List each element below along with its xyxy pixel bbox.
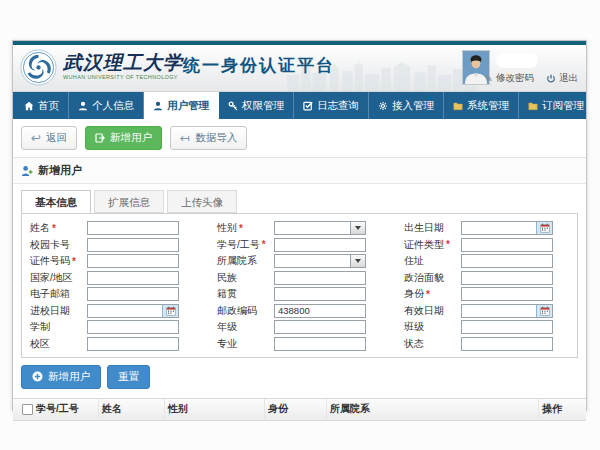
pencil-icon: ✎ xyxy=(485,74,493,84)
university-name-en: WUHAN UNIVERSITY OF TECHNOLOGY xyxy=(63,74,183,80)
field-department: 所属院系 xyxy=(213,254,386,268)
key-icon xyxy=(228,101,238,111)
field-birth-date-input[interactable] xyxy=(462,222,536,234)
field-entry-date-input[interactable] xyxy=(88,305,162,317)
field-grade: 年级 xyxy=(213,320,386,334)
column-header-department: 所属院系 xyxy=(327,399,539,420)
reset-button-label: 重置 xyxy=(118,370,139,384)
required-marker: * xyxy=(262,239,266,250)
form-grid: 姓名 * 性别 * 出生日期 校园卡号 xyxy=(26,221,573,351)
folder-icon xyxy=(528,101,538,111)
field-address-input[interactable] xyxy=(462,255,552,267)
nav-item-home[interactable]: 首页 xyxy=(15,92,69,119)
submit-add-user-label: 新增用户 xyxy=(48,370,90,384)
field-status-input[interactable] xyxy=(462,338,552,350)
field-native-place-input[interactable] xyxy=(275,288,365,300)
field-email: 电子邮箱 xyxy=(26,287,199,301)
header-links: ✎ 修改密码 退出 xyxy=(485,72,578,85)
university-title-block: 武汉理工大学 WUHAN UNIVERSITY OF TECHNOLOGY xyxy=(63,51,183,80)
department-dropdown-button[interactable] xyxy=(350,255,365,267)
nav-item-access-management[interactable]: 接入管理 xyxy=(369,92,444,119)
form-tabs: 基本信息 扩展信息 上传头像 xyxy=(21,190,578,213)
field-major-input[interactable] xyxy=(275,338,365,350)
column-header-name: 姓名 xyxy=(99,399,165,420)
field-political-status-input[interactable] xyxy=(462,272,552,284)
required-marker: * xyxy=(446,239,450,250)
nav-item-system-management[interactable]: 系统管理 xyxy=(444,92,519,119)
home-icon xyxy=(24,101,34,111)
field-major: 专业 xyxy=(213,337,386,351)
tab-extended-info[interactable]: 扩展信息 xyxy=(94,190,164,213)
field-email-input[interactable] xyxy=(88,288,178,300)
field-label-valid-date: 有效日期 xyxy=(400,304,461,318)
required-marker: * xyxy=(72,256,76,267)
nav-item-log-query[interactable]: 日志查询 xyxy=(294,92,369,119)
user-icon xyxy=(153,101,163,111)
column-header-identity: 身份 xyxy=(265,399,327,420)
logout-label: 退出 xyxy=(559,72,578,85)
add-user-icon xyxy=(95,133,105,143)
change-password-label: 修改密码 xyxy=(496,72,534,85)
field-country-region-input[interactable] xyxy=(88,272,178,284)
plus-circle-icon xyxy=(32,371,43,382)
field-valid-date-input[interactable] xyxy=(462,305,536,317)
valid-date-calendar-button[interactable] xyxy=(536,305,552,317)
import-arrow-icon: ↤ xyxy=(180,132,190,144)
field-label-country-region: 国家/地区 xyxy=(26,271,87,285)
gender-dropdown-button[interactable] xyxy=(350,222,365,234)
add-user-toolbar-label: 新增用户 xyxy=(110,131,152,145)
logout-link[interactable]: 退出 xyxy=(546,72,578,85)
field-name-input[interactable] xyxy=(88,222,178,234)
content-area: ↩ 返回 新增用户 ↤ 数据导入 新增用户 基本信息 扩展信息 上传头 xyxy=(13,119,586,421)
nav-item-user-management[interactable]: 用户管理 xyxy=(144,92,219,119)
entry-date-calendar-button[interactable] xyxy=(162,305,178,317)
field-gender-input[interactable] xyxy=(275,222,350,234)
field-label-address: 住址 xyxy=(400,254,461,268)
field-label-major: 专业 xyxy=(213,337,274,351)
field-study-length-input[interactable] xyxy=(88,321,178,333)
field-postal-code: 邮政编码 xyxy=(213,304,386,318)
folder-icon xyxy=(453,101,463,111)
field-identity-input[interactable] xyxy=(462,288,552,300)
field-id-number-input[interactable] xyxy=(88,255,178,267)
field-label-grade: 年级 xyxy=(213,320,274,334)
add-user-section-icon xyxy=(21,165,33,177)
tab-basic-info[interactable]: 基本信息 xyxy=(21,190,91,213)
field-campus-card-no-input[interactable] xyxy=(88,239,178,251)
field-label-campus-card-no: 校园卡号 xyxy=(26,238,87,252)
field-campus-input[interactable] xyxy=(88,338,178,350)
change-password-link[interactable]: ✎ 修改密码 xyxy=(485,72,534,85)
data-import-button[interactable]: ↤ 数据导入 xyxy=(170,126,247,150)
field-department-input[interactable] xyxy=(275,255,350,267)
field-student-staff-id-input[interactable] xyxy=(275,239,365,251)
back-button[interactable]: ↩ 返回 xyxy=(21,126,77,150)
app-window: 武汉理工大学 WUHAN UNIVERSITY OF TECHNOLOGY 统一… xyxy=(12,40,587,411)
back-arrow-icon: ↩ xyxy=(31,132,41,144)
field-class-input[interactable] xyxy=(462,321,552,333)
field-grade-input[interactable] xyxy=(275,321,365,333)
submit-add-user-button[interactable]: 新增用户 xyxy=(21,365,101,389)
select-all-checkbox[interactable] xyxy=(22,404,33,415)
add-user-toolbar-button[interactable]: 新增用户 xyxy=(85,126,162,150)
field-label-class: 班级 xyxy=(400,320,461,334)
field-country-region: 国家/地区 xyxy=(26,271,199,285)
nav-item-permission-management[interactable]: 权限管理 xyxy=(219,92,294,119)
field-id-type-input[interactable] xyxy=(462,239,552,251)
nav-item-subscription-management[interactable]: 订阅管理 xyxy=(519,92,594,119)
back-button-label: 返回 xyxy=(46,131,67,145)
field-student-staff-id: 学号/工号 * xyxy=(213,238,386,252)
data-import-label: 数据导入 xyxy=(195,131,237,145)
tab-upload-avatar[interactable]: 上传头像 xyxy=(167,190,237,213)
field-label-birth-date: 出生日期 xyxy=(400,221,461,235)
birth-date-calendar-button[interactable] xyxy=(536,222,552,234)
field-ethnicity-input[interactable] xyxy=(275,272,365,284)
field-label-email: 电子邮箱 xyxy=(26,287,87,301)
field-label-postal-code: 邮政编码 xyxy=(213,304,274,318)
form-panel: 姓名 * 性别 * 出生日期 校园卡号 xyxy=(21,213,578,358)
form-actions: 新增用户 重置 xyxy=(21,365,578,389)
nav-item-profile[interactable]: 个人信息 xyxy=(69,92,144,119)
reset-button[interactable]: 重置 xyxy=(107,365,150,389)
toolbar: ↩ 返回 新增用户 ↤ 数据导入 xyxy=(13,119,586,158)
field-political-status: 政治面貌 xyxy=(400,271,573,285)
field-postal-code-input[interactable] xyxy=(275,305,365,317)
